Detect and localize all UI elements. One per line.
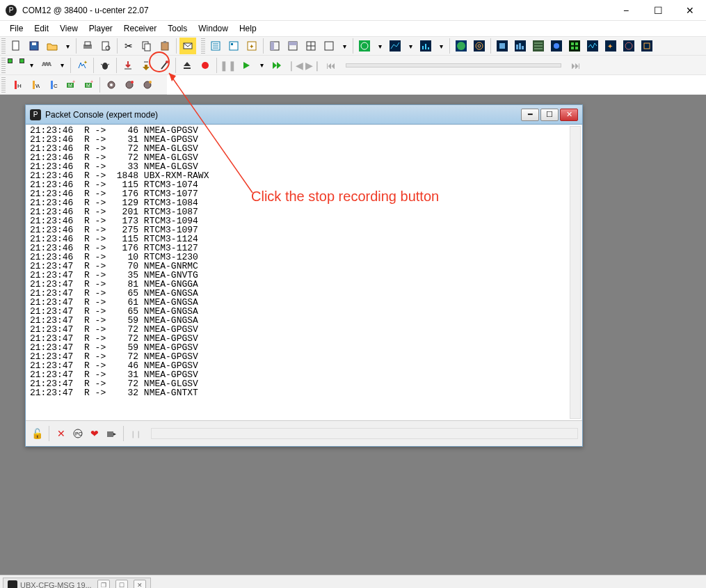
cold-c-icon[interactable]: C: [44, 77, 61, 93]
chart-view-icon[interactable]: [387, 38, 403, 54]
step-fwd-icon[interactable]: ▶❘: [305, 57, 321, 74]
deviation-view-icon[interactable]: [471, 38, 488, 54]
vertical-scrollbar[interactable]: [570, 126, 581, 419]
svg-rect-9: [161, 42, 168, 50]
sky-dropdown-icon[interactable]: ▾: [374, 38, 385, 54]
fastforward-icon[interactable]: [268, 57, 285, 74]
grid1-icon[interactable]: [494, 38, 511, 54]
open-icon[interactable]: [44, 38, 61, 54]
svg-rect-53: [571, 42, 574, 45]
hot-h-icon[interactable]: H: [8, 77, 24, 93]
clear-icon[interactable]: ✕: [54, 427, 68, 440]
child-maximize-button[interactable]: ☐: [540, 109, 559, 121]
histogram-view-icon[interactable]: [417, 38, 434, 54]
grid8-icon[interactable]: [620, 38, 637, 54]
menu-edit[interactable]: Edit: [29, 22, 54, 35]
menu-view[interactable]: View: [54, 22, 83, 35]
copy-icon[interactable]: [138, 38, 155, 54]
chip-plus-icon[interactable]: M+: [62, 77, 79, 93]
paste-icon[interactable]: [157, 38, 173, 54]
menu-tools[interactable]: Tools: [162, 22, 193, 35]
export-icon[interactable]: [104, 427, 118, 440]
connect-icon[interactable]: [8, 57, 24, 74]
view-config-icon[interactable]: ✦: [243, 38, 260, 54]
autobaud-icon[interactable]: ✦: [74, 57, 90, 74]
menu-help[interactable]: Help: [234, 22, 262, 35]
child-close-button[interactable]: ✕: [560, 109, 578, 121]
play-dropdown-icon[interactable]: ▾: [256, 57, 267, 74]
grid9-icon[interactable]: [639, 38, 655, 54]
chart-dropdown-icon[interactable]: ▾: [405, 38, 416, 54]
new-icon[interactable]: [8, 38, 24, 54]
mdi-tab-restore-button[interactable]: ❐: [97, 580, 110, 589]
warm-w-icon[interactable]: W: [26, 77, 42, 93]
packet-console-titlebar[interactable]: P Packet Console (expert mode) ━ ☐ ✕: [26, 105, 582, 125]
menu-player[interactable]: Player: [83, 22, 118, 35]
dock3-icon[interactable]: [303, 38, 319, 54]
svg-rect-8: [145, 44, 150, 51]
record-icon[interactable]: [197, 57, 214, 74]
svg-rect-60: [623, 40, 634, 51]
gear3-icon[interactable]: [139, 77, 156, 93]
skip-end-icon[interactable]: ⏭: [568, 57, 584, 74]
baudrate-icon[interactable]: [38, 57, 55, 74]
dock4-icon[interactable]: [321, 38, 337, 54]
map-view-icon[interactable]: [453, 38, 470, 54]
print-icon[interactable]: [79, 38, 96, 54]
seek-slider[interactable]: [346, 63, 561, 67]
grid7-icon[interactable]: ✦: [602, 38, 619, 54]
gear1-icon[interactable]: [103, 77, 120, 93]
menu-window[interactable]: Window: [193, 22, 234, 35]
maximize-button[interactable]: ☐: [642, 0, 674, 21]
pause-icon[interactable]: ❚❚: [220, 57, 236, 74]
sky-view-icon[interactable]: [356, 38, 373, 54]
child-minimize-button[interactable]: ━: [521, 109, 539, 121]
dock-dropdown-icon[interactable]: ▾: [339, 38, 350, 54]
step-back-icon[interactable]: ❘◀: [287, 57, 303, 74]
connect-dropdown-icon[interactable]: ▾: [26, 57, 37, 74]
cut-icon[interactable]: ✂: [120, 38, 137, 54]
svg-rect-33: [425, 44, 426, 49]
grid3-icon[interactable]: [530, 38, 547, 54]
skip-start-icon[interactable]: ⏮: [323, 57, 339, 74]
print-preview-icon[interactable]: [97, 38, 114, 54]
save-icon[interactable]: [26, 38, 42, 54]
horizontal-scrollbar[interactable]: [151, 428, 578, 439]
gear2-icon[interactable]: [121, 77, 138, 93]
eject-icon[interactable]: [179, 57, 195, 74]
svg-rect-16: [230, 42, 238, 50]
debug-icon[interactable]: [97, 57, 113, 74]
svg-rect-52: [569, 40, 580, 51]
pause-small-icon[interactable]: ❘❘: [129, 427, 143, 440]
heart-icon[interactable]: ❤: [88, 427, 102, 440]
histogram-dropdown-icon[interactable]: ▾: [435, 38, 447, 54]
chip-plus2-icon[interactable]: M+: [80, 77, 97, 93]
play-icon[interactable]: [238, 57, 255, 74]
upload-icon[interactable]: [138, 57, 154, 74]
grid5-icon[interactable]: [566, 38, 583, 54]
baudrate-dropdown-icon[interactable]: ▾: [56, 57, 67, 74]
grid4-icon[interactable]: [548, 38, 565, 54]
messages-icon[interactable]: [179, 38, 196, 54]
mdi-tab-close-button[interactable]: ✕: [134, 580, 146, 589]
dock2-icon[interactable]: [284, 38, 301, 54]
mdi-tab-ubx-cfg[interactable]: UBX-CFG-MSG 19... ❐ ☐ ✕: [3, 578, 151, 589]
grid2-icon[interactable]: [512, 38, 529, 54]
lock-icon[interactable]: 🔓: [30, 427, 44, 440]
toolbar-2: ▾ ▾ ✦ ❚❚ ▾ ❘◀ ▶❘ ⏮ ⏭: [0, 56, 706, 75]
open-dropdown-icon[interactable]: ▾: [62, 38, 73, 54]
toolbar-1: ▾ ✂ ✦ ▾ ▾ ▾ ▾ ✦: [0, 36, 706, 56]
view-messages-icon[interactable]: [225, 38, 242, 54]
menu-receiver[interactable]: Receiver: [118, 22, 162, 35]
pc-icon[interactable]: PC: [71, 427, 85, 440]
minimize-button[interactable]: −: [610, 0, 642, 21]
download-icon[interactable]: [120, 57, 136, 74]
svg-rect-75: [33, 81, 35, 89]
dock1-icon[interactable]: [266, 38, 283, 54]
mdi-tab-max-button[interactable]: ☐: [115, 580, 128, 589]
view-text-icon[interactable]: [207, 38, 224, 54]
grid6-icon[interactable]: [584, 38, 601, 54]
close-button[interactable]: ✕: [674, 0, 706, 21]
tool1-icon[interactable]: [156, 57, 173, 74]
menu-file[interactable]: File: [4, 22, 29, 35]
